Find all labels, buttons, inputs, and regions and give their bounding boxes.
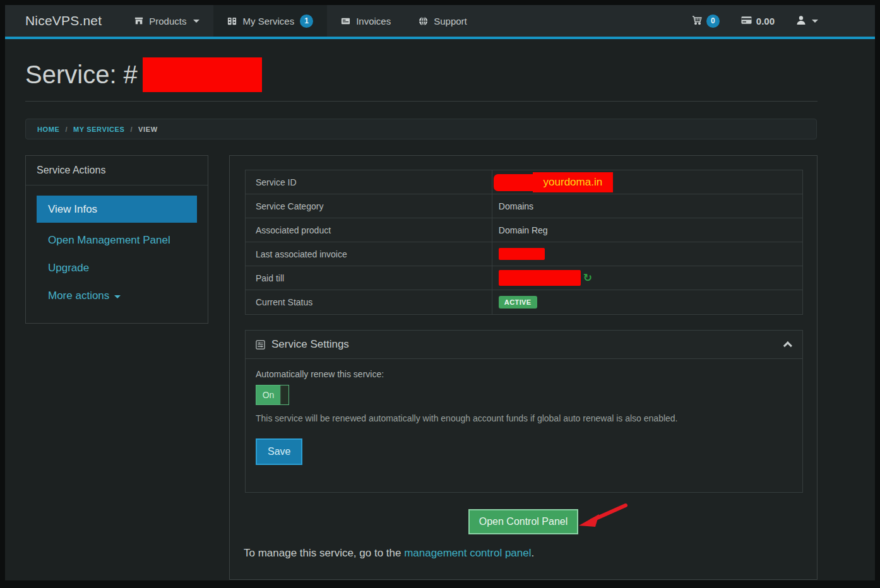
balance-amount: 0.00 bbox=[756, 16, 775, 26]
service-details-table: Service ID yourdoma.in Service Category … bbox=[245, 170, 803, 315]
service-actions-title: Service Actions bbox=[26, 156, 208, 185]
servers-icon bbox=[227, 16, 237, 26]
nav-invoices-label: Invoices bbox=[356, 16, 391, 26]
toggle-handle bbox=[280, 385, 288, 404]
more-actions-label: More actions bbox=[48, 290, 109, 302]
brand-logo[interactable]: NiceVPS.net bbox=[5, 5, 121, 37]
row-label: Service ID bbox=[246, 170, 492, 194]
footer-text-prefix: To manage this service, go to the bbox=[244, 547, 404, 559]
cart-count-badge: 0 bbox=[706, 15, 720, 28]
auto-renew-description: This service will be renewed automatical… bbox=[256, 413, 792, 423]
service-settings-header[interactable]: Service Settings bbox=[246, 331, 802, 359]
globe-icon bbox=[419, 16, 428, 26]
my-services-count-badge: 1 bbox=[300, 15, 313, 28]
status-badge: ACTIVE bbox=[499, 296, 537, 309]
service-details-panel: Service ID yourdoma.in Service Category … bbox=[229, 155, 818, 580]
caret-down-icon bbox=[812, 20, 818, 23]
breadcrumb-separator: / bbox=[130, 126, 133, 133]
table-row: Associated product Domain Reg bbox=[246, 218, 802, 242]
footer-text-suffix: . bbox=[532, 547, 535, 559]
table-row: Last associated invoice bbox=[246, 242, 802, 266]
auto-renew-label: Automatically renew this service: bbox=[256, 369, 792, 379]
chevron-up-icon[interactable] bbox=[783, 341, 792, 350]
navbar: NiceVPS.net Products My Services 1 bbox=[5, 5, 875, 39]
invoice-icon bbox=[341, 16, 350, 26]
user-menu-button[interactable] bbox=[796, 15, 818, 27]
save-button[interactable]: Save bbox=[256, 438, 302, 465]
row-label: Last associated invoice bbox=[246, 242, 492, 266]
caret-down-icon bbox=[114, 295, 121, 298]
open-control-panel-button[interactable]: Open Control Panel bbox=[468, 509, 578, 534]
nav-right: 0 0.00 bbox=[692, 5, 818, 37]
title-divider bbox=[25, 101, 818, 102]
table-row: Current Status ACTIVE bbox=[246, 290, 802, 314]
row-value: Domains bbox=[492, 194, 802, 218]
row-label: Paid till bbox=[246, 266, 492, 290]
table-row: Service Category Domains bbox=[246, 194, 802, 218]
table-row: Paid till ↻ bbox=[246, 266, 802, 290]
breadcrumb-home[interactable]: HOME bbox=[37, 126, 59, 133]
settings-list-icon bbox=[256, 340, 265, 350]
sidebar-item-upgrade[interactable]: Upgrade bbox=[37, 254, 197, 282]
nav-support-label: Support bbox=[434, 16, 467, 26]
redacted-paid-till-date bbox=[499, 270, 581, 286]
breadcrumb-my-services[interactable]: MY SERVICES bbox=[73, 126, 124, 133]
credit-card-icon bbox=[741, 16, 752, 26]
page-title: Service: # bbox=[25, 61, 138, 89]
row-label: Service Category bbox=[246, 194, 492, 218]
row-label: Current Status bbox=[246, 290, 492, 314]
redacted-service-number bbox=[143, 57, 262, 92]
toggle-state-label: On bbox=[256, 390, 280, 400]
service-settings-title: Service Settings bbox=[271, 338, 349, 351]
auto-renew-toggle[interactable]: On bbox=[256, 385, 289, 405]
sidebar-item-more-actions[interactable]: More actions bbox=[37, 282, 197, 310]
management-control-panel-link[interactable]: management control panel bbox=[404, 547, 531, 559]
cart-button[interactable]: 0 bbox=[692, 15, 720, 28]
row-value: ↻ bbox=[492, 266, 802, 290]
breadcrumb: HOME / MY SERVICES / VIEW bbox=[25, 119, 817, 139]
sidebar-item-open-management-panel[interactable]: Open Management Panel bbox=[37, 226, 197, 254]
nav-items: Products My Services 1 Invoices bbox=[121, 5, 480, 37]
nav-my-services[interactable]: My Services 1 bbox=[213, 5, 327, 37]
row-value: ACTIVE bbox=[492, 290, 802, 314]
row-value: yourdoma.in bbox=[492, 170, 802, 194]
sidebar-item-view-infos[interactable]: View Infos bbox=[37, 196, 197, 223]
cart-icon bbox=[692, 15, 702, 27]
user-icon bbox=[796, 15, 806, 27]
annotation-arrow bbox=[574, 502, 631, 528]
balance-button[interactable]: 0.00 bbox=[741, 16, 775, 26]
row-value bbox=[492, 242, 802, 266]
row-label: Associated product bbox=[246, 218, 492, 242]
service-settings-panel: Service Settings Automatically renew thi… bbox=[245, 330, 803, 493]
nav-my-services-label: My Services bbox=[242, 16, 294, 26]
watermark-overlay: yourdoma.in bbox=[533, 172, 613, 192]
service-actions-body: View Infos Open Management Panel Upgrade… bbox=[26, 185, 208, 310]
nav-products[interactable]: Products bbox=[121, 5, 213, 37]
store-icon bbox=[134, 16, 143, 25]
service-settings-body: Automatically renew this service: On Thi… bbox=[246, 359, 802, 475]
redacted-invoice-number bbox=[499, 248, 545, 260]
nav-products-label: Products bbox=[149, 16, 186, 26]
nav-support[interactable]: Support bbox=[405, 5, 481, 37]
table-row: Service ID yourdoma.in bbox=[246, 170, 802, 194]
breadcrumb-separator: / bbox=[65, 126, 68, 133]
titlebar: Service: # bbox=[25, 56, 262, 93]
nav-invoices[interactable]: Invoices bbox=[327, 5, 405, 37]
row-value: Domain Reg bbox=[492, 218, 802, 242]
caret-down-icon bbox=[193, 20, 199, 23]
manage-footer-text: To manage this service, go to the manage… bbox=[244, 547, 534, 560]
page: NiceVPS.net Products My Services 1 bbox=[5, 5, 875, 580]
breadcrumb-current: VIEW bbox=[138, 126, 158, 133]
refresh-icon[interactable]: ↻ bbox=[583, 273, 592, 283]
service-actions-panel: Service Actions View Infos Open Manageme… bbox=[25, 155, 208, 324]
